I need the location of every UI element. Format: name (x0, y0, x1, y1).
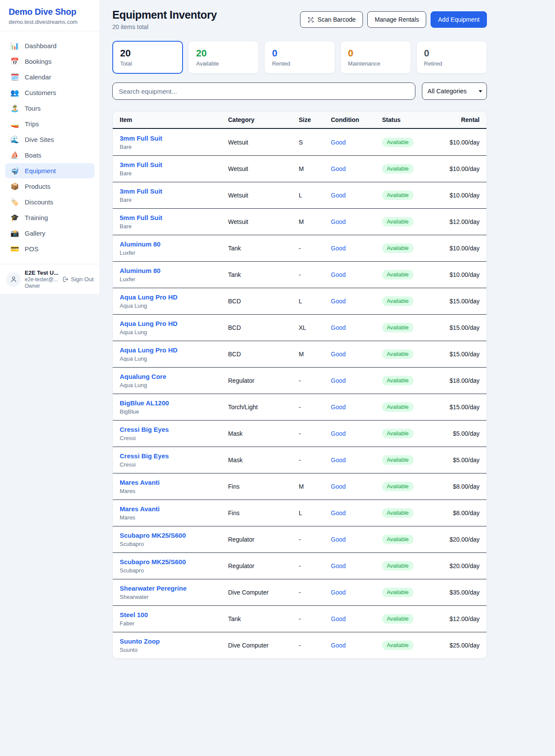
nav-label: Equipment (25, 167, 56, 174)
item-name-link[interactable]: Mares Avanti (120, 479, 160, 486)
item-name-link[interactable]: 3mm Full Suit (120, 161, 162, 168)
manage-rentals-button[interactable]: Manage Rentals (367, 11, 426, 28)
condition-link[interactable]: Good (331, 589, 346, 596)
table-row: Scubapro MK25/S600 Scubapro Regulator - … (113, 526, 486, 552)
category-select[interactable]: All Categories (422, 82, 487, 100)
item-rental: $5.00/day (447, 430, 480, 437)
sidebar-item-discounts[interactable]: 🏷️ Discounts (5, 194, 95, 210)
scan-barcode-button[interactable]: Scan Barcode (300, 11, 363, 28)
item-brand: Bare (120, 144, 228, 150)
item-name-link[interactable]: Mares Avanti (120, 505, 160, 513)
stat-card-available[interactable]: 20 Available (188, 41, 259, 74)
item-name-link[interactable]: Aqua Lung Pro HD (120, 346, 177, 354)
sidebar-item-calendar[interactable]: 🗓️ Calendar (5, 69, 95, 85)
condition-link[interactable]: Good (331, 509, 346, 516)
credit-card-icon: 💳 (10, 246, 19, 253)
item-category: Regulator (228, 536, 299, 543)
item-name-link[interactable]: 3mm Full Suit (120, 187, 162, 195)
nav-label: Discounts (25, 198, 53, 206)
item-size: - (299, 536, 331, 543)
condition-link[interactable]: Good (331, 483, 346, 490)
item-name-link[interactable]: Aluminum 80 (120, 240, 160, 248)
item-name-link[interactable]: Aqualung Core (120, 373, 166, 380)
sidebar-item-dashboard[interactable]: 📊 Dashboard (5, 38, 95, 53)
stat-card-retired[interactable]: 0 Retired (416, 41, 487, 74)
condition-link[interactable]: Good (331, 192, 346, 199)
status-cell: Available (382, 349, 447, 359)
item-name-link[interactable]: Cressi Big Eyes (120, 426, 169, 433)
item-name-link[interactable]: 3mm Full Suit (120, 135, 162, 142)
condition-link[interactable]: Good (331, 218, 346, 225)
item-brand: Aqua Lung (120, 329, 228, 335)
sidebar-item-trips[interactable]: 🚤 Trips (5, 116, 95, 131)
item-name-link[interactable]: Suunto Zoop (120, 638, 160, 645)
add-equipment-button[interactable]: Add Equipment (431, 11, 487, 28)
condition-link[interactable]: Good (331, 642, 346, 649)
item-name-link[interactable]: Aqua Lung Pro HD (120, 293, 177, 301)
condition-link[interactable]: Good (331, 377, 346, 384)
item-size: S (299, 139, 331, 146)
item-cell: Aluminum 80 Luxfer (120, 240, 228, 256)
stat-value: 0 (348, 48, 403, 59)
nav-label: Bookings (25, 58, 52, 65)
condition-link[interactable]: Good (331, 351, 346, 358)
condition-link[interactable]: Good (331, 271, 346, 278)
item-cell: Mares Avanti Mares (120, 505, 228, 521)
sidebar-item-gallery[interactable]: 📸 Gallery (5, 226, 95, 241)
item-name-link[interactable]: Cressi Big Eyes (120, 452, 169, 460)
condition-link[interactable]: Good (331, 324, 346, 331)
item-rental: $20.00/day (447, 536, 480, 543)
condition-link[interactable]: Good (331, 139, 346, 146)
sidebar-item-bookings[interactable]: 📅 Bookings (5, 54, 95, 69)
item-name-link[interactable]: Shearwater Peregrine (120, 585, 186, 592)
tag-icon: 🏷️ (10, 199, 19, 206)
condition-link[interactable]: Good (331, 430, 346, 437)
item-brand: BigBlue (120, 408, 228, 415)
items-count: 20 items total (112, 23, 217, 30)
item-name-link[interactable]: Scubapro MK25/S600 (120, 532, 186, 539)
sidebar-item-products[interactable]: 📦 Products (5, 179, 95, 194)
stat-card-rented[interactable]: 0 Rented (264, 41, 335, 74)
brand-name[interactable]: Demo Dive Shop (9, 7, 91, 17)
stat-card-maintenance[interactable]: 0 Maintenance (340, 41, 411, 74)
logout-icon (62, 276, 69, 283)
condition-link[interactable]: Good (331, 404, 346, 411)
sidebar-item-boats[interactable]: ⛵ Boats (5, 148, 95, 163)
nav-label: POS (25, 245, 39, 253)
item-name-link[interactable]: BigBlue AL1200 (120, 399, 169, 407)
item-name-link[interactable]: Aluminum 80 (120, 267, 160, 274)
item-size: L (299, 192, 331, 199)
sign-out-button[interactable]: Sign Out (62, 276, 94, 283)
condition-link[interactable]: Good (331, 615, 346, 622)
item-size: M (299, 351, 331, 358)
sidebar-item-pos[interactable]: 💳 POS (5, 241, 95, 256)
table-row: Cressi Big Eyes Cressi Mask - Good Avail… (113, 447, 486, 473)
item-name-link[interactable]: Steel 100 (120, 611, 148, 618)
condition-link[interactable]: Good (331, 457, 346, 463)
condition-link[interactable]: Good (331, 245, 346, 252)
condition-link[interactable]: Good (331, 562, 346, 569)
status-cell: Available (382, 535, 447, 544)
search-input[interactable] (112, 82, 415, 100)
item-name-link[interactable]: Scubapro MK25/S600 (120, 558, 186, 565)
table-row: Shearwater Peregrine Shearwater Dive Com… (113, 579, 486, 605)
stat-card-total[interactable]: 20 Total (112, 41, 183, 74)
sidebar-item-training[interactable]: 🎓 Training (5, 210, 95, 225)
item-rental: $8.00/day (447, 509, 480, 516)
status-badge: Available (382, 376, 414, 385)
condition-link[interactable]: Good (331, 165, 346, 172)
sidebar-item-equipment[interactable]: 🤿 Equipment (5, 163, 95, 178)
item-name-link[interactable]: Aqua Lung Pro HD (120, 320, 177, 327)
condition-link[interactable]: Good (331, 298, 346, 305)
item-size: - (299, 457, 331, 463)
sidebar-item-tours[interactable]: 🏝️ Tours (5, 101, 95, 116)
item-cell: 5mm Full Suit Bare (120, 214, 228, 230)
status-cell: Available (382, 588, 447, 597)
sidebar-item-customers[interactable]: 👥 Customers (5, 85, 95, 100)
table-row: 3mm Full Suit Bare Wetsuit L Good Availa… (113, 182, 486, 208)
item-name-link[interactable]: 5mm Full Suit (120, 214, 162, 221)
sidebar-item-dive-sites[interactable]: 🌊 Dive Sites (5, 132, 95, 147)
user-info: E2E Test U... e2e-tester@... Owner (25, 270, 58, 289)
condition-link[interactable]: Good (331, 536, 346, 543)
package-icon: 📦 (10, 183, 19, 190)
